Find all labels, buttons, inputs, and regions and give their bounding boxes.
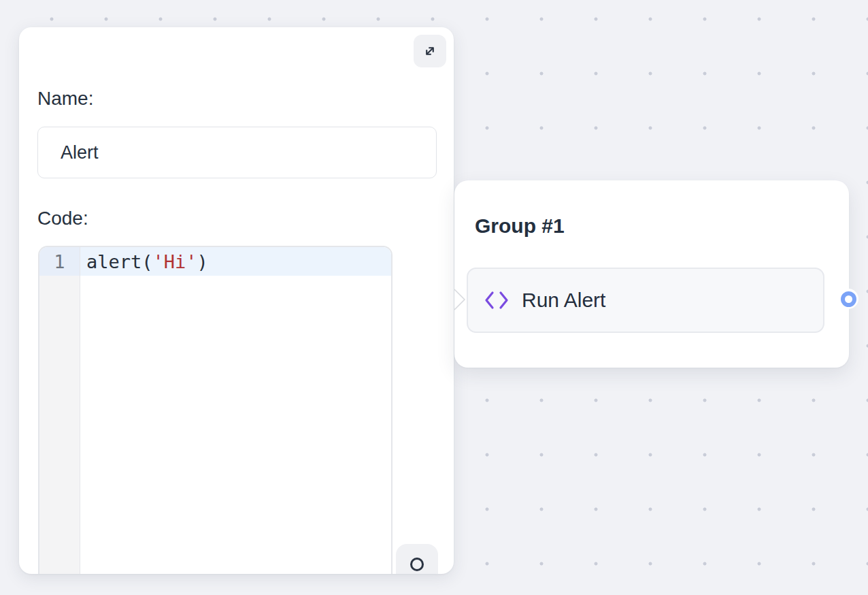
name-field-label: Name: xyxy=(37,87,93,110)
expand-diagonal-arrows-icon xyxy=(421,42,439,60)
code-line-1: alert('Hi') xyxy=(80,247,391,276)
name-input[interactable] xyxy=(37,127,437,178)
code-angle-brackets-icon xyxy=(484,291,509,310)
avatar-button[interactable] xyxy=(396,544,438,574)
node-label: Run Alert xyxy=(522,289,605,312)
node-editor-panel: Name: Code: 1 alert('Hi') xyxy=(19,27,454,574)
code-field-label: Code: xyxy=(37,207,88,230)
code-editor-gutter: 1 xyxy=(39,247,80,574)
line-number: 1 xyxy=(39,247,80,276)
node-run-alert[interactable]: Run Alert xyxy=(467,268,824,333)
code-editor[interactable]: 1 alert('Hi') xyxy=(38,246,393,574)
input-socket-chevron[interactable] xyxy=(454,288,466,311)
group-node-card[interactable]: Group #1 Run Alert xyxy=(454,180,849,368)
code-token-fn: alert( xyxy=(86,251,153,272)
expand-button[interactable] xyxy=(414,35,446,67)
code-token-string: 'Hi' xyxy=(153,251,197,272)
code-token-close: ) xyxy=(197,251,208,272)
person-outline-icon xyxy=(403,556,431,574)
output-handle-ring xyxy=(841,291,856,307)
code-editor-content[interactable]: alert('Hi') xyxy=(80,247,391,574)
group-title: Group #1 xyxy=(475,214,565,238)
output-handle-circle[interactable] xyxy=(838,289,858,309)
